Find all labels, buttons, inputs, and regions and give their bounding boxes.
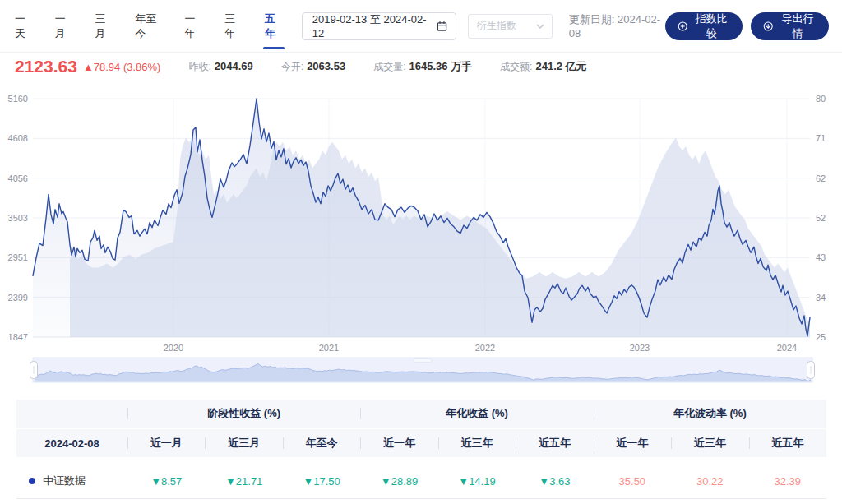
index-quote-page: 一天 一月 三月 年至今 一年 三年 五年 2019-02-13 至 2024-… (0, 0, 842, 499)
price-chart[interactable]: 5160804608714056623503522951432399341847… (0, 81, 842, 357)
col-3y-return: 近三年 (438, 429, 516, 457)
y-axis-right-label: 34 (816, 293, 826, 303)
circle-plus-icon (678, 21, 687, 32)
tab-3y[interactable]: 三年 (224, 5, 243, 48)
chevron-down-icon (536, 24, 544, 29)
volume-label: 成交量: (373, 61, 405, 72)
toolbar-actions: 指数比较 导出行情 (665, 12, 829, 40)
group-header-spacer (16, 400, 127, 428)
volume-value: 1645.36 万手 (409, 60, 472, 72)
volume: 成交量:1645.36 万手 (373, 59, 472, 74)
derived-index-select[interactable]: 衍生指数 (468, 14, 553, 39)
y-axis-left-label: 4608 (8, 133, 28, 143)
prev-close-value: 2044.69 (215, 60, 253, 72)
download-icon (763, 21, 773, 32)
y-axis-right-label: 25 (816, 332, 826, 342)
y-axis-left-label: 2399 (8, 293, 28, 303)
value-3y-return: ▼14.19 (438, 464, 516, 498)
x-axis-label: 2024 (777, 343, 797, 353)
table-row: 中证数据 ▼8.57 ▼21.71 ▼17.50 ▼28.89 ▼14.19 ▼… (16, 464, 826, 499)
turnover-label: 成交额: (500, 61, 532, 72)
tab-1d[interactable]: 一天 (15, 5, 34, 48)
y-axis-right-label: 62 (816, 173, 826, 183)
y-axis-left-label: 3503 (8, 213, 28, 223)
group-header-annualized-return: 年化收益 (%) (360, 400, 593, 428)
value-5y-vol: 32.39 (749, 464, 826, 498)
prev-close-label: 昨收: (188, 61, 210, 72)
date-range-text: 2019-02-13 至 2024-02-12 (312, 12, 429, 39)
y-axis-right-label: 71 (816, 133, 826, 143)
value-5y-return: ▼3.63 (516, 464, 593, 498)
performance-table: 阶段性收益 (%) 年化收益 (%) 年化波动率 (%) 2024-02-08 … (16, 400, 826, 499)
prev-close: 昨收:2044.69 (188, 60, 252, 74)
turnover-value: 241.2 亿元 (535, 60, 586, 72)
quote-bar: 2123.63 ▲78.94 (3.86%) 昨收:2044.69 今开:206… (0, 53, 842, 81)
value-1y-return: ▼28.89 (360, 464, 437, 498)
tab-ytd[interactable]: 年至今 (135, 5, 163, 48)
group-header-annualized-volatility: 年化波动率 (%) (594, 400, 826, 428)
select-placeholder: 衍生指数 (477, 19, 516, 33)
x-axis-label: 2020 (164, 343, 183, 353)
col-5y-vol: 近五年 (749, 429, 826, 457)
col-3y-vol: 近三年 (671, 429, 748, 457)
export-quotes-label: 导出行情 (779, 12, 817, 41)
open-price: 今开:2063.53 (281, 60, 345, 74)
x-axis-label: 2023 (630, 343, 650, 353)
tab-3m[interactable]: 三月 (95, 5, 114, 48)
y-axis-left-label: 1847 (8, 332, 28, 342)
value-1m: ▼8.57 (127, 464, 205, 498)
compare-index-label: 指数比较 (692, 12, 730, 41)
export-quotes-button[interactable]: 导出行情 (751, 12, 829, 40)
x-axis-label: 2021 (319, 343, 339, 353)
tab-1m[interactable]: 一月 (55, 5, 74, 48)
value-1y-vol: 35.50 (594, 464, 671, 498)
x-axis-label: 2022 (475, 343, 495, 353)
chart-navigator[interactable] (0, 357, 842, 390)
turnover: 成交额:241.2 亿元 (500, 59, 587, 74)
col-1y-vol: 近一年 (594, 429, 671, 457)
y-axis-left-label: 2951 (8, 252, 28, 262)
y-axis-right-label: 43 (816, 252, 826, 262)
series-name-cell: 中证数据 (16, 464, 127, 498)
update-date: 更新日期: 2024-02-08 (569, 12, 665, 39)
tab-1y[interactable]: 一年 (184, 5, 203, 48)
navigator-grip[interactable] (414, 359, 432, 363)
price-change: ▲78.94 (3.86%) (83, 61, 161, 73)
value-ytd: ▼17.50 (283, 464, 360, 498)
open-label: 今开: (281, 61, 303, 72)
value-3y-vol: 30.22 (671, 464, 748, 498)
table-column-header-row: 2024-02-08 近一月 近三月 年至今 近一年 近三年 近五年 近一年 近… (16, 429, 826, 457)
y-axis-left-label: 5160 (8, 94, 28, 104)
series-legend-dot (29, 478, 35, 484)
open-value: 2063.53 (307, 60, 345, 72)
col-1m: 近一月 (127, 429, 205, 457)
value-3m: ▼21.71 (205, 464, 282, 498)
toolbar: 一天 一月 三月 年至今 一年 三年 五年 2019-02-13 至 2024-… (0, 0, 842, 53)
table-group-header-row: 阶段性收益 (%) 年化收益 (%) 年化波动率 (%) (16, 400, 826, 428)
col-5y-return: 近五年 (516, 429, 593, 457)
y-axis-right-label: 80 (816, 94, 826, 104)
y-axis-left-label: 4056 (8, 173, 28, 183)
series-name: 中证数据 (43, 474, 86, 488)
group-header-period-return: 阶段性收益 (%) (127, 400, 360, 428)
tab-5y[interactable]: 五年 (265, 5, 284, 48)
last-price: 2123.63 (15, 57, 77, 76)
col-3m: 近三月 (205, 429, 282, 457)
date-range-picker[interactable]: 2019-02-13 至 2024-02-12 (302, 12, 456, 40)
col-1y-return: 近一年 (360, 429, 437, 457)
compare-index-button[interactable]: 指数比较 (665, 12, 743, 40)
calendar-icon (437, 21, 447, 32)
col-ytd: 年至今 (283, 429, 360, 457)
y-axis-right-label: 52 (816, 213, 826, 223)
col-date: 2024-02-08 (16, 429, 127, 457)
period-tabs: 一天 一月 三月 年至今 一年 三年 五年 (15, 5, 284, 48)
